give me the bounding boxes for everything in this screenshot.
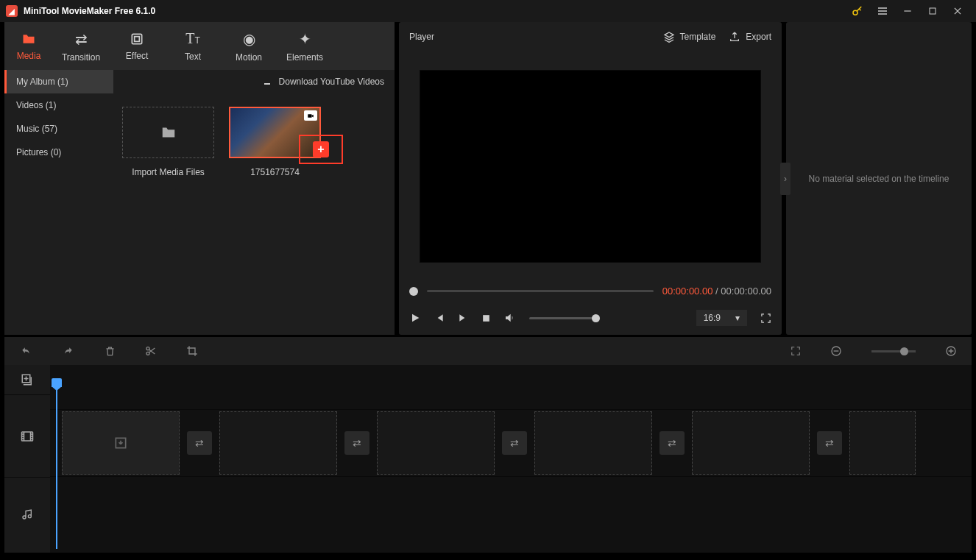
- aspect-ratio-select[interactable]: 16:9 ▾: [696, 310, 747, 326]
- timeline-slot[interactable]: [377, 411, 495, 475]
- delete-button[interactable]: [105, 345, 116, 357]
- undo-button[interactable]: [19, 346, 32, 356]
- tab-text[interactable]: TT Text: [165, 22, 221, 70]
- folder-icon: [160, 124, 177, 141]
- volume-button[interactable]: [504, 312, 516, 324]
- player-title: Player: [409, 32, 434, 42]
- fit-button[interactable]: [791, 345, 801, 357]
- svg-rect-2: [132, 34, 141, 43]
- tab-effect[interactable]: Effect: [109, 22, 165, 70]
- window-title: MiniTool MovieMaker Free 6.1.0: [24, 6, 155, 16]
- tab-elements[interactable]: ✦ Elements: [277, 22, 333, 70]
- media-clip[interactable]: + 1751677574: [229, 107, 321, 177]
- license-key-button[interactable]: [845, 0, 870, 22]
- video-icon: [304, 110, 317, 121]
- drop-icon: [63, 412, 179, 474]
- scrubber-track[interactable]: [427, 290, 654, 292]
- zoom-out-button[interactable]: [830, 345, 842, 357]
- crop-button[interactable]: [186, 345, 198, 357]
- transition-slot[interactable]: ⇄: [187, 431, 212, 455]
- effect-icon: [130, 32, 144, 46]
- chevron-down-icon: ▾: [735, 313, 740, 323]
- no-selection-message: No material selected on the timeline: [809, 174, 950, 184]
- album-pictures[interactable]: Pictures (0): [4, 141, 113, 164]
- timeline-slot[interactable]: [219, 411, 337, 475]
- timeline-slot[interactable]: [534, 411, 652, 475]
- album-music[interactable]: Music (57): [4, 117, 113, 141]
- import-media-tile[interactable]: Import Media Files: [122, 107, 214, 177]
- titlebar: ◢ MiniTool MovieMaker Free 6.1.0: [0, 0, 976, 22]
- time-total: 00:00:00.00: [721, 286, 771, 297]
- album-my-album[interactable]: My Album (1): [4, 70, 113, 93]
- expand-panel-button[interactable]: ›: [780, 163, 791, 195]
- motion-icon: ◉: [243, 30, 255, 48]
- minimize-button[interactable]: [895, 0, 920, 22]
- volume-slider[interactable]: [529, 317, 600, 319]
- edit-toolbar: [4, 337, 972, 365]
- download-youtube-link[interactable]: Download YouTube Videos: [113, 70, 395, 93]
- timeline-slot[interactable]: [692, 411, 810, 475]
- add-to-timeline-button[interactable]: +: [299, 135, 343, 164]
- fullscreen-button[interactable]: [760, 313, 771, 324]
- tab-media[interactable]: Media: [4, 22, 53, 70]
- export-button[interactable]: Export: [729, 31, 771, 43]
- text-icon: TT: [185, 30, 200, 47]
- zoom-in-button[interactable]: [945, 345, 957, 357]
- playhead[interactable]: [56, 380, 57, 549]
- prev-frame-button[interactable]: [434, 313, 445, 323]
- app-logo: ◢: [6, 5, 18, 17]
- svg-rect-5: [483, 315, 489, 322]
- tab-motion[interactable]: ◉ Motion: [221, 22, 277, 70]
- album-list: My Album (1) Videos (1) Music (57) Pictu…: [4, 70, 113, 335]
- svg-rect-3: [135, 36, 140, 41]
- template-button[interactable]: Template: [663, 31, 716, 43]
- scrubber-handle[interactable]: [409, 287, 418, 296]
- transition-slot[interactable]: ⇄: [817, 431, 842, 455]
- timeline-slot[interactable]: [849, 411, 916, 475]
- next-frame-button[interactable]: [458, 313, 468, 323]
- transition-slot[interactable]: ⇄: [344, 431, 369, 455]
- player-panel: Player Template Export 00:00:00.00 / 00:…: [399, 22, 782, 335]
- stop-button[interactable]: [481, 313, 491, 323]
- elements-icon: ✦: [299, 30, 311, 48]
- tab-transition[interactable]: ⇄ Transition: [53, 22, 109, 70]
- album-videos[interactable]: Videos (1): [4, 93, 113, 117]
- svg-rect-1: [930, 8, 936, 14]
- svg-rect-4: [308, 114, 311, 118]
- close-button[interactable]: [945, 0, 970, 22]
- folder-icon: [21, 32, 37, 46]
- maximize-button[interactable]: [920, 0, 945, 22]
- main-tabbar: Media ⇄ Transition Effect TT Text ◉ Moti…: [4, 22, 395, 70]
- redo-button[interactable]: [62, 346, 75, 356]
- download-icon: [261, 77, 273, 86]
- play-button[interactable]: [409, 312, 421, 324]
- export-icon: [729, 31, 740, 43]
- timeline-slot[interactable]: [62, 411, 180, 475]
- video-track[interactable]: ⇄ ⇄ ⇄ ⇄ ⇄: [50, 409, 972, 477]
- zoom-slider[interactable]: [871, 350, 916, 352]
- video-preview[interactable]: [420, 70, 761, 263]
- plus-icon: +: [313, 141, 329, 157]
- audio-track-icon: [4, 477, 50, 550]
- menu-button[interactable]: [870, 0, 895, 22]
- split-button[interactable]: [145, 345, 157, 357]
- add-track-button[interactable]: [4, 365, 50, 394]
- time-current: 00:00:00.00: [662, 286, 713, 297]
- transition-icon: ⇄: [75, 30, 88, 48]
- media-panel: Media ⇄ Transition Effect TT Text ◉ Moti…: [4, 22, 395, 335]
- timeline: ⇄ ⇄ ⇄ ⇄ ⇄: [4, 365, 972, 553]
- transition-slot[interactable]: ⇄: [502, 431, 527, 455]
- properties-panel: › No material selected on the timeline: [786, 22, 972, 335]
- layers-icon: [663, 31, 675, 43]
- transition-slot[interactable]: ⇄: [659, 431, 685, 455]
- video-track-icon: [4, 394, 50, 477]
